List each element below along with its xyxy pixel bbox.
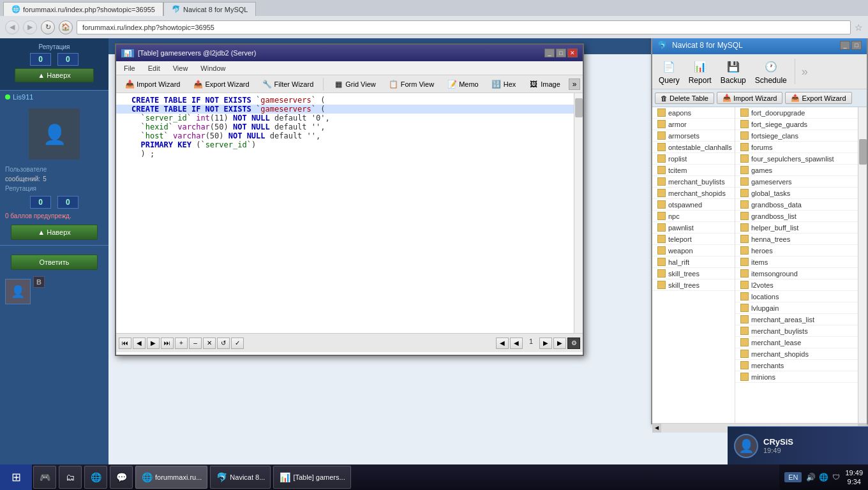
left-item-notspawned[interactable]: otspawned: [652, 199, 735, 211]
left-item-weapon[interactable]: weapon: [652, 245, 735, 256]
expand-button[interactable]: »: [569, 78, 580, 90]
right-item-forums[interactable]: forums: [735, 142, 858, 153]
nav-right-last[interactable]: ▶: [553, 338, 566, 349]
right-item-merchant-shopids[interactable]: merchant_shopids: [735, 348, 858, 360]
right-item-helper-buff-list[interactable]: helper_buff_list: [735, 222, 858, 234]
backup-button[interactable]: 💾 Backup: [717, 56, 750, 87]
menu-window[interactable]: Window: [198, 63, 228, 73]
taskbar-item-1[interactable]: 🎮: [33, 466, 56, 489]
taskbar-item-table[interactable]: 📊 [Table] gamers...: [273, 466, 350, 489]
address-bar[interactable]: forummaxi.ru/index.php?showtopic=36955: [77, 20, 851, 34]
nav-right-next[interactable]: ▶: [539, 338, 552, 349]
home-button[interactable]: 🏠: [59, 20, 73, 34]
left-item-merchant-buylists[interactable]: merchant_buylists: [652, 176, 735, 188]
right-item-lvlupgain[interactable]: lvlupgain: [735, 302, 858, 314]
schedule-button[interactable]: 🕐 Schedule: [751, 56, 791, 87]
nrw-left-list[interactable]: eapons armor armorsets ontestable_clanha…: [652, 107, 735, 423]
hex-button[interactable]: 🔢 Hex: [486, 77, 522, 91]
bookmark-icon[interactable]: ☆: [855, 22, 863, 33]
delete-table-button[interactable]: 🗑 Delete Table: [655, 93, 714, 104]
query-button[interactable]: 📄 Query: [655, 56, 684, 87]
form-view-button[interactable]: 📋 Form View: [383, 77, 440, 91]
taskbar-item-4[interactable]: 💬: [110, 466, 133, 489]
image-button[interactable]: 🖼 Image: [523, 77, 566, 91]
taskbar-item-2[interactable]: 🗂: [59, 466, 82, 489]
nrw-scrollbar[interactable]: [858, 107, 867, 423]
right-item-fortsiege-clans[interactable]: fortsiege_clans: [735, 130, 858, 142]
right-item-games[interactable]: games: [735, 165, 858, 176]
nav-right-first[interactable]: ◀: [496, 338, 509, 349]
sql-close-button[interactable]: ✕: [567, 48, 578, 57]
nav-confirm-button[interactable]: ✓: [231, 338, 244, 349]
taskbar-item-forum[interactable]: 🌐 forummaxi.ru...: [135, 466, 207, 489]
left-item-skill-trees-1[interactable]: skill_trees: [652, 268, 735, 279]
nrw-right-list[interactable]: fort_doorupgrade fort_siege_guards forts…: [735, 107, 858, 423]
nav-right-prev[interactable]: ◀: [510, 338, 523, 349]
back-button[interactable]: ◀: [5, 20, 19, 34]
right-item-merchant-lease[interactable]: merchant_lease: [735, 337, 858, 348]
nav-delete-button[interactable]: –: [189, 338, 202, 349]
left-item-zhal-rift[interactable]: hal_rift: [652, 256, 735, 268]
left-item-armor[interactable]: armor: [652, 119, 735, 130]
sql-maximize-button[interactable]: □: [556, 48, 566, 57]
import-wizard-btn[interactable]: 📥 Import Wizard: [717, 92, 782, 104]
refresh-button[interactable]: ↻: [41, 20, 55, 34]
right-item-items[interactable]: items: [735, 256, 858, 268]
up-button-top[interactable]: ▲ Наверх: [15, 68, 93, 82]
right-item-minions[interactable]: minions: [735, 371, 858, 383]
memo-button[interactable]: 📝 Memo: [441, 77, 484, 91]
chat-notification[interactable]: 👤 CRySiS 19:49: [728, 426, 868, 464]
right-item-gameservers[interactable]: gameservers: [735, 176, 858, 188]
filter-wizard-button[interactable]: 🔧 Filter Wizard: [257, 77, 320, 91]
nrw-minimize-button[interactable]: _: [840, 41, 850, 50]
right-item-locations[interactable]: locations: [735, 291, 858, 302]
nav-first-button[interactable]: ⏮: [119, 338, 131, 349]
scroll-left-btn[interactable]: ◀: [652, 424, 661, 433]
left-item-contestable[interactable]: ontestable_clanhalls: [652, 142, 735, 153]
menu-view[interactable]: View: [170, 63, 191, 73]
export-wizard-btn[interactable]: 📤 Export Wizard: [785, 92, 851, 104]
left-item-spawnlist[interactable]: pawnlist: [652, 222, 735, 234]
left-item-teleport[interactable]: teleport: [652, 234, 735, 245]
forward-button[interactable]: ▶: [23, 20, 37, 34]
grid-view-button[interactable]: ▦ Grid View: [327, 77, 381, 91]
tab-forum[interactable]: 🌐 forummaxi.ru/index.php?showtopic=36955: [3, 2, 163, 16]
nav-add-button[interactable]: +: [175, 338, 188, 349]
nav-settings-button[interactable]: ⚙: [567, 338, 580, 349]
left-item-etcitem[interactable]: tcitem: [652, 165, 735, 176]
nav-cancel-button[interactable]: ✕: [203, 338, 216, 349]
right-item-merchant-areas[interactable]: merchant_areas_list: [735, 314, 858, 325]
taskbar-item-navicat[interactable]: 🐬 Navicat 8...: [210, 466, 271, 489]
bold-button[interactable]: B: [33, 276, 45, 288]
right-item-merchant-buylists[interactable]: merchant_buylists: [735, 325, 858, 337]
start-button[interactable]: ⊞: [0, 464, 32, 490]
sql-minimize-button[interactable]: _: [544, 48, 555, 57]
nrw-maximize-button[interactable]: □: [851, 41, 862, 50]
right-item-fort-doorupgrade[interactable]: fort_doorupgrade: [735, 107, 858, 119]
sql-scrollbar[interactable]: [574, 93, 583, 333]
export-wizard-button[interactable]: 📤 Export Wizard: [187, 77, 255, 91]
sql-code-area[interactable]: CREATE TABLE IF NOT EXISTS `gameservers`…: [116, 93, 574, 333]
left-item-npc[interactable]: npc: [652, 211, 735, 222]
left-item-armorsets[interactable]: armorsets: [652, 130, 735, 142]
report-button[interactable]: 📊 Report: [685, 56, 715, 87]
nav-prev-button[interactable]: ◀: [133, 338, 146, 349]
right-item-merchants[interactable]: merchants: [735, 360, 858, 371]
right-item-four-sepulchers[interactable]: four_sepulchers_spawnlist: [735, 153, 858, 165]
right-item-l2votes[interactable]: l2votes: [735, 279, 858, 291]
menu-edit[interactable]: Edit: [146, 63, 163, 73]
right-item-itemsonground[interactable]: itemsonground: [735, 268, 858, 279]
nav-last-button[interactable]: ⏭: [161, 338, 174, 349]
up-button-2[interactable]: ▲ Наверх: [11, 225, 98, 240]
right-item-global-tasks[interactable]: global_tasks: [735, 188, 858, 199]
nav-refresh-button[interactable]: ↺: [217, 338, 230, 349]
taskbar-item-3[interactable]: 🌐: [84, 466, 107, 489]
menu-file[interactable]: File: [121, 63, 138, 73]
toolbar-more[interactable]: »: [799, 63, 811, 81]
right-item-fort-siege-guards[interactable]: fort_siege_guards: [735, 119, 858, 130]
left-item-droplist[interactable]: roplist: [652, 153, 735, 165]
import-wizard-button[interactable]: 📥 Import Wizard: [119, 77, 186, 91]
right-item-henna-trees[interactable]: henna_trees: [735, 234, 858, 245]
right-item-grandboss-data[interactable]: grandboss_data: [735, 199, 858, 211]
reply-button[interactable]: Ответить: [11, 255, 98, 270]
